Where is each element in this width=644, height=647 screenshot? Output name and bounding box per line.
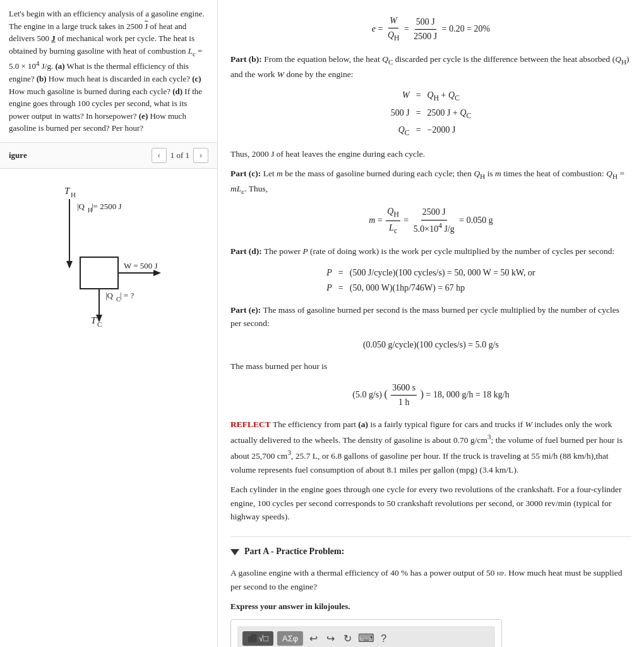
express-answer-label: Express your answer in kilojoules. bbox=[230, 600, 631, 614]
mass-hour-equation: (5.0 g/s) ( 3600 s1 h ) = 18, 000 g/h = … bbox=[230, 381, 631, 410]
matrix-icon: ⬛ bbox=[247, 634, 258, 643]
symbol-button[interactable]: ΑΣφ bbox=[277, 631, 303, 646]
refresh-button[interactable]: ↻ bbox=[341, 631, 354, 646]
collapse-icon bbox=[230, 549, 239, 555]
mass-burned-text: The mass burned per hour is bbox=[230, 360, 631, 373]
practice-header[interactable]: Part A - Practice Problem: bbox=[230, 545, 631, 559]
practice-title: Part A - Practice Problem: bbox=[244, 545, 344, 559]
thus-text: Thus, 2000 J of heat leaves the engine d… bbox=[230, 147, 631, 161]
alpha-symbol: ΑΣφ bbox=[282, 634, 298, 643]
reflect-label: REFLECT bbox=[230, 420, 271, 429]
part-d-label: Part (d): bbox=[230, 246, 262, 256]
reflect-paragraph: REFLECT The efficiency from part (a) is … bbox=[230, 418, 631, 476]
problem-text: Let's begin with an efficiency analysis … bbox=[0, 0, 217, 143]
svg-marker-9 bbox=[153, 270, 161, 276]
figure-nav: igure ‹ 1 of 1 › bbox=[0, 143, 217, 169]
practice-section: Part A - Practice Problem: A gasoline en… bbox=[230, 536, 631, 647]
svg-text:W = 500 J: W = 500 J bbox=[124, 261, 158, 270]
part-b-equations: W = QH + QC 500 J = 2500 J + QC QC = −20… bbox=[230, 88, 631, 139]
part-e-paragraph: Part (e): The mass of gasoline burned pe… bbox=[230, 303, 631, 330]
sqrt-symbol: √□ bbox=[259, 634, 268, 643]
redo-button[interactable]: ↪ bbox=[324, 631, 337, 646]
svg-text:|Q: |Q bbox=[105, 291, 114, 300]
figure-area: T H |Q H |= 2500 J W = 500 J |Q bbox=[0, 169, 217, 647]
answer-box: ⬛ √□ ΑΣφ ↩ ↪ ↻ ⌨ ? QH = bbox=[230, 619, 502, 647]
practice-question: A gasoline engine with a thermal efficie… bbox=[230, 566, 631, 593]
svg-rect-7 bbox=[80, 257, 118, 289]
right-panel: e = WQH = 500 J2500 J = 0.20 = 20% Part … bbox=[218, 0, 644, 647]
svg-text:T: T bbox=[91, 315, 97, 325]
svg-text:C: C bbox=[97, 320, 102, 328]
left-panel: Let's begin with an efficiency analysis … bbox=[0, 0, 218, 647]
nav-controls: ‹ 1 of 1 › bbox=[152, 148, 208, 163]
efficiency-equation: e = WQH = 500 J2500 J = 0.20 = 20% bbox=[230, 14, 631, 45]
matrix-button[interactable]: ⬛ √□ bbox=[242, 631, 273, 646]
part-c-label: Part (c): bbox=[230, 169, 261, 178]
math-toolbar: ⬛ √□ ΑΣφ ↩ ↪ ↻ ⌨ ? bbox=[237, 626, 495, 647]
part-b-label: Part (b): bbox=[230, 54, 262, 64]
svg-marker-6 bbox=[66, 261, 73, 269]
next-button[interactable]: › bbox=[193, 148, 208, 163]
diagram: T H |Q H |= 2500 J W = 500 J |Q bbox=[45, 181, 172, 323]
solution-content: e = WQH = 500 J2500 J = 0.20 = 20% Part … bbox=[230, 14, 631, 647]
undo-button[interactable]: ↩ bbox=[307, 631, 320, 646]
part-d-paragraph: Part (d): The power P (rate of doing wor… bbox=[230, 245, 631, 258]
prev-button[interactable]: ‹ bbox=[152, 148, 167, 163]
svg-text:|= 2500 J: |= 2500 J bbox=[92, 202, 122, 211]
help-button[interactable]: ? bbox=[378, 632, 389, 646]
part-b-paragraph: Part (b): From the equation below, the h… bbox=[230, 52, 631, 81]
part-d-equations: P = (500 J/cycle)(100 cycles/s) = 50, 00… bbox=[230, 266, 631, 296]
each-cylinder-paragraph: Each cylinder in the engine goes through… bbox=[230, 483, 631, 524]
part-c-equation: m = QHLc = 2500 J5.0×104 J/g = 0.050 g bbox=[230, 205, 631, 238]
part-e-equation: (0.050 g/cycle)(100 cycles/s) = 5.0 g/s bbox=[230, 338, 631, 352]
keyboard-icon: ⌨ bbox=[358, 629, 374, 647]
svg-text:| = ?: | = ? bbox=[120, 291, 134, 300]
svg-text:|Q: |Q bbox=[77, 202, 85, 211]
svg-text:H: H bbox=[71, 191, 76, 198]
page-indicator: 1 of 1 bbox=[170, 150, 189, 160]
part-e-label: Part (e): bbox=[230, 305, 261, 315]
part-c-paragraph: Part (c): Let m be the mass of gasoline … bbox=[230, 167, 631, 197]
svg-text:T: T bbox=[64, 186, 71, 196]
figure-label: igure bbox=[9, 150, 27, 160]
